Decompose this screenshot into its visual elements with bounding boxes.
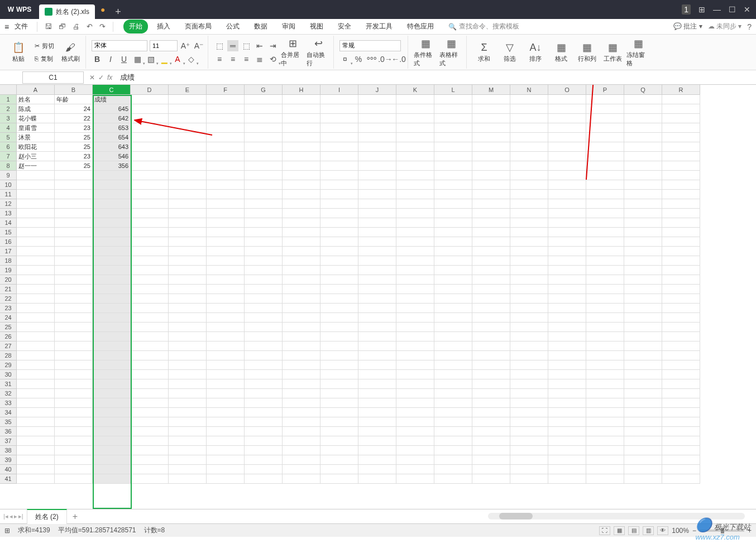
cell[interactable] xyxy=(17,190,55,199)
cell[interactable] xyxy=(245,408,283,417)
cell[interactable]: 23 xyxy=(55,123,93,133)
cell[interactable] xyxy=(396,171,434,180)
cell[interactable] xyxy=(131,417,169,427)
cell[interactable] xyxy=(548,256,586,266)
save-icon[interactable]: 🖫 xyxy=(42,21,55,32)
cell[interactable] xyxy=(396,114,434,123)
menu-tab-审阅[interactable]: 审阅 xyxy=(276,20,301,33)
cell[interactable]: 25 xyxy=(55,161,93,171)
help-icon[interactable]: ? xyxy=(747,22,752,31)
cell[interactable] xyxy=(17,266,55,275)
increase-font-icon[interactable]: A⁺ xyxy=(180,40,191,51)
cell[interactable] xyxy=(55,398,93,408)
cell[interactable] xyxy=(17,247,55,256)
cell[interactable] xyxy=(472,152,510,161)
cell[interactable] xyxy=(472,323,510,332)
cell[interactable] xyxy=(586,446,624,455)
cell[interactable] xyxy=(358,341,396,351)
bold-icon[interactable]: B xyxy=(92,54,103,65)
cell[interactable] xyxy=(472,285,510,294)
cell[interactable] xyxy=(169,161,207,171)
cell[interactable] xyxy=(320,104,358,114)
cell[interactable] xyxy=(169,351,207,360)
cell[interactable] xyxy=(320,427,358,436)
cell[interactable] xyxy=(624,123,662,133)
menu-tab-开始[interactable]: 开始 xyxy=(123,20,148,33)
cell[interactable] xyxy=(472,313,510,323)
cell[interactable] xyxy=(434,228,472,237)
sum-button[interactable]: Σ求和 xyxy=(472,36,496,69)
cell[interactable] xyxy=(169,152,207,161)
cell[interactable] xyxy=(169,133,207,142)
cell[interactable] xyxy=(55,247,93,256)
cell[interactable] xyxy=(586,351,624,360)
cell[interactable] xyxy=(662,180,700,190)
cell[interactable] xyxy=(207,142,245,152)
row-header-13[interactable]: 13 xyxy=(0,209,17,218)
cell[interactable] xyxy=(434,323,472,332)
row-header-29[interactable]: 29 xyxy=(0,360,17,370)
cell[interactable] xyxy=(55,171,93,180)
cell[interactable] xyxy=(624,465,662,474)
cell[interactable] xyxy=(169,398,207,408)
cell[interactable] xyxy=(320,133,358,142)
cell[interactable] xyxy=(207,95,245,104)
cell[interactable] xyxy=(586,95,624,104)
cell[interactable] xyxy=(396,455,434,465)
col-header-D[interactable]: D xyxy=(131,85,169,95)
cell[interactable] xyxy=(586,114,624,123)
cell[interactable] xyxy=(396,417,434,427)
cell[interactable] xyxy=(396,228,434,237)
cell[interactable] xyxy=(472,455,510,465)
row-header-3[interactable]: 3 xyxy=(0,114,17,123)
cell[interactable] xyxy=(510,275,548,285)
cell[interactable] xyxy=(131,294,169,304)
cell[interactable] xyxy=(245,266,283,275)
cell[interactable] xyxy=(396,218,434,228)
cell[interactable] xyxy=(396,341,434,351)
cell[interactable] xyxy=(624,398,662,408)
cell[interactable] xyxy=(396,104,434,114)
cell[interactable] xyxy=(358,427,396,436)
cell[interactable] xyxy=(624,256,662,266)
cell[interactable] xyxy=(17,332,55,341)
cell[interactable] xyxy=(131,360,169,370)
cell[interactable] xyxy=(358,161,396,171)
cell[interactable] xyxy=(17,228,55,237)
cell[interactable]: 25 xyxy=(55,142,93,152)
cell[interactable] xyxy=(548,180,586,190)
row-header-5[interactable]: 5 xyxy=(0,133,17,142)
cell[interactable] xyxy=(169,474,207,484)
cell[interactable] xyxy=(207,332,245,341)
auto-wrap-button[interactable]: ↩自动换行 xyxy=(307,36,330,69)
cell[interactable] xyxy=(245,133,283,142)
cell[interactable] xyxy=(358,247,396,256)
cell[interactable] xyxy=(207,209,245,218)
cell[interactable] xyxy=(396,266,434,275)
cell[interactable] xyxy=(283,341,320,351)
cell[interactable] xyxy=(586,465,624,474)
cell[interactable] xyxy=(207,417,245,427)
cell[interactable] xyxy=(169,180,207,190)
cell[interactable] xyxy=(17,398,55,408)
align-middle-icon[interactable]: ═ xyxy=(227,40,238,51)
menu-tab-特色应用[interactable]: 特色应用 xyxy=(401,20,439,33)
cell[interactable] xyxy=(662,266,700,275)
cell[interactable] xyxy=(396,180,434,190)
cell[interactable] xyxy=(131,370,169,379)
cell[interactable] xyxy=(93,323,131,332)
cell[interactable] xyxy=(624,95,662,104)
cell[interactable] xyxy=(93,341,131,351)
cell[interactable] xyxy=(624,294,662,304)
cell[interactable] xyxy=(245,351,283,360)
cell[interactable] xyxy=(17,436,55,446)
cell[interactable]: 654 xyxy=(93,133,131,142)
cell[interactable] xyxy=(93,398,131,408)
cell[interactable] xyxy=(434,370,472,379)
cell[interactable] xyxy=(320,370,358,379)
cell[interactable] xyxy=(320,294,358,304)
col-header-I[interactable]: I xyxy=(320,85,358,95)
cell[interactable] xyxy=(283,95,320,104)
cell[interactable] xyxy=(358,190,396,199)
cell[interactable] xyxy=(472,341,510,351)
